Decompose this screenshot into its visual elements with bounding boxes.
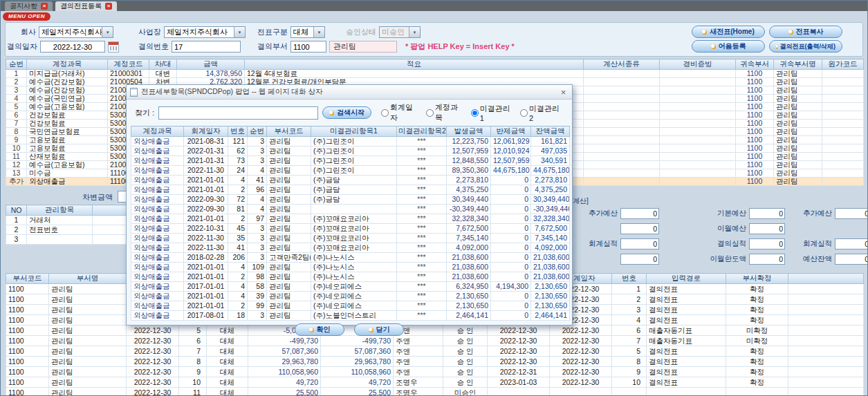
cell[interactable]: 외상매출금 xyxy=(131,224,184,234)
cell[interactable] xyxy=(822,178,864,186)
cell[interactable]: 10 xyxy=(179,377,207,388)
cell[interactable]: 96 xyxy=(248,185,267,195)
cell[interactable]: 확정 xyxy=(726,284,788,294)
cell[interactable]: 2021-01-01 xyxy=(184,214,228,224)
cell[interactable] xyxy=(726,388,788,396)
cell[interactable]: 예수금(고용보험) xyxy=(27,103,108,111)
cell[interactable]: (주)그린조이 xyxy=(311,147,397,156)
cell[interactable]: 1100 xyxy=(6,315,49,326)
cell[interactable]: 국민연금보험료 xyxy=(27,128,108,136)
cell[interactable]: 대체 xyxy=(207,367,248,377)
cell[interactable]: 12,223,750 xyxy=(447,137,491,147)
cell[interactable]: 조명우 xyxy=(394,377,443,388)
cell[interactable]: 0 xyxy=(491,243,531,253)
cell[interactable]: 206 xyxy=(228,253,248,263)
cell[interactable]: 2 xyxy=(228,301,248,311)
cell[interactable]: (주)그린조이 xyxy=(311,166,397,176)
cell[interactable]: 관리팀 xyxy=(267,185,311,195)
cell[interactable]: *** xyxy=(397,263,447,272)
cell[interactable]: 1100 xyxy=(6,388,49,396)
cell[interactable]: 25,500 xyxy=(248,388,321,396)
cell[interactable]: 확정 xyxy=(726,367,788,377)
cell[interactable]: 결의전표 xyxy=(647,284,726,294)
cell[interactable]: 관리팀 xyxy=(774,161,822,169)
cell[interactable]: 3 xyxy=(612,305,647,315)
cell[interactable]: 2021-01-01 xyxy=(184,301,228,311)
cell[interactable]: 7,345,140 xyxy=(447,234,491,243)
cell[interactable]: 관리팀 xyxy=(49,305,127,315)
cell[interactable]: 161,821 xyxy=(531,137,570,147)
cell[interactable]: 관리팀 xyxy=(267,137,311,147)
cell[interactable]: 13 xyxy=(6,169,27,178)
cell[interactable]: 관리팀 xyxy=(267,282,311,292)
cell[interactable]: 14,378,950 xyxy=(177,70,245,78)
cell[interactable]: *** xyxy=(397,205,447,214)
cell[interactable]: 32,328,340 xyxy=(447,214,491,224)
cell[interactable]: 3 xyxy=(248,224,267,234)
cell[interactable]: 4 xyxy=(248,205,267,214)
cell[interactable]: *** xyxy=(397,185,447,195)
cell[interactable]: -499,730 xyxy=(248,336,321,346)
cell[interactable]: 7 xyxy=(179,346,207,357)
cell[interactable]: 5 xyxy=(612,346,647,357)
cell[interactable]: 21000301 xyxy=(108,70,149,78)
cell[interactable]: 전표번호 xyxy=(27,225,93,235)
table-row[interactable]: 1100관리팀 2022-12-3011 대체25,500 25,500조명우 … xyxy=(6,388,864,396)
cell[interactable]: 7,672,500 xyxy=(447,224,491,234)
cell[interactable]: 관리팀 xyxy=(267,263,311,272)
cell[interactable]: 추가 xyxy=(6,178,27,186)
cell[interactable]: 1100 xyxy=(736,111,774,120)
cell[interactable]: 미확정 xyxy=(726,326,788,336)
cell[interactable]: 관리팀 xyxy=(267,292,311,301)
copy-slip-button[interactable]: 전표복사 xyxy=(769,26,842,38)
cell[interactable]: 2,273,810 xyxy=(531,176,570,185)
cell[interactable]: (주)노블인더스트리 xyxy=(311,311,397,321)
cell[interactable]: 30,349,440 xyxy=(531,195,570,205)
cell[interactable] xyxy=(660,78,736,86)
cell[interactable]: 0 xyxy=(491,195,531,205)
budget-value-field[interactable]: 0 xyxy=(835,238,868,249)
cell[interactable]: 2022-12-30 xyxy=(127,367,179,377)
cell[interactable] xyxy=(584,144,660,153)
cell[interactable]: 1 xyxy=(6,216,27,225)
cell[interactable]: 1100 xyxy=(736,95,774,103)
cell[interactable]: *** xyxy=(397,243,447,253)
cell[interactable]: (주)나노시스 xyxy=(311,263,397,272)
cell[interactable]: 4,375,250 xyxy=(531,185,570,195)
cell[interactable]: 관리팀 xyxy=(774,144,822,153)
cell[interactable] xyxy=(584,103,660,111)
cell[interactable]: 매출자동기표 xyxy=(647,326,726,336)
cell[interactable]: 2021-01-31 xyxy=(184,156,228,166)
cell[interactable]: 주앤 xyxy=(394,357,443,367)
cell[interactable]: 497,035 xyxy=(531,147,570,156)
cell[interactable]: 0 xyxy=(491,253,531,263)
cell[interactable]: 2021-01-01 xyxy=(184,185,228,195)
cell[interactable] xyxy=(660,111,736,120)
cell[interactable]: 1100 xyxy=(6,305,49,315)
cell[interactable]: 21,038,600 xyxy=(531,272,570,282)
cell[interactable]: 0 xyxy=(491,272,531,282)
cell[interactable]: 2022-11-30 xyxy=(184,243,228,253)
cell[interactable]: 2 xyxy=(6,225,27,235)
cell[interactable]: 2022-12-30 xyxy=(488,346,550,357)
cell[interactable]: 외상매출금 xyxy=(131,137,184,147)
cell[interactable]: 관리팀 xyxy=(49,336,127,346)
cell[interactable]: 109 xyxy=(248,263,267,272)
company-select[interactable]: 제일저지주식회사 ▼ xyxy=(39,26,113,38)
cell[interactable]: 2022-12-30 xyxy=(127,346,179,357)
cell[interactable]: *** xyxy=(397,166,447,176)
cell[interactable]: 결의전표 xyxy=(647,315,726,326)
budget-value-field[interactable]: 0 xyxy=(620,238,659,249)
cell[interactable]: 1100 xyxy=(736,103,774,111)
cell[interactable]: 41 xyxy=(248,176,267,185)
cell[interactable]: 21,038,600 xyxy=(447,253,491,263)
cell[interactable]: 관리팀 xyxy=(267,195,311,205)
cell[interactable]: 2 xyxy=(6,78,27,86)
cell[interactable]: 0 xyxy=(491,224,531,234)
resolution-no-input[interactable] xyxy=(172,41,241,53)
cell[interactable]: 1100 xyxy=(736,128,774,136)
cell[interactable] xyxy=(822,144,864,153)
cell[interactable]: 41 xyxy=(228,243,248,253)
cell[interactable]: 3 xyxy=(6,235,27,245)
cell[interactable]: 거래처 xyxy=(27,216,93,225)
